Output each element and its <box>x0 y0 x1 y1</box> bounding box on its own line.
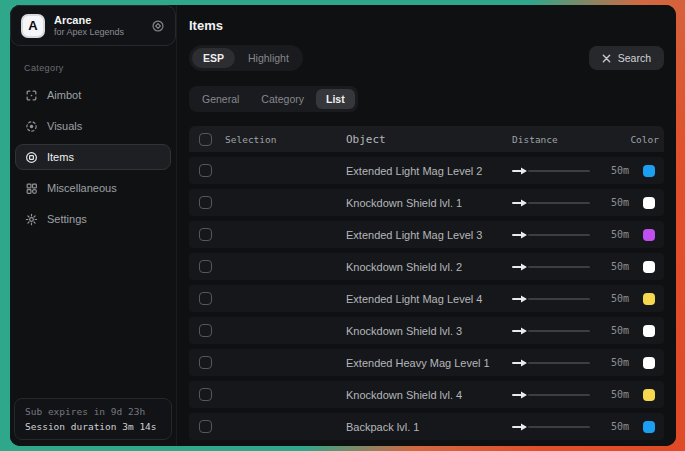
slider-track <box>528 202 590 204</box>
object-name: Knockdown Shield lvl. 3 <box>346 325 512 337</box>
sidebar-item-label: Settings <box>47 213 87 225</box>
distance-value: 50m <box>611 293 629 304</box>
table-row: Extended Light Mag Level 4 50m <box>189 285 664 312</box>
distance-slider[interactable] <box>512 198 590 208</box>
distance-value: 50m <box>611 197 629 208</box>
view-tabs: GeneralCategoryList <box>189 86 358 112</box>
object-name: Extended Heavy Mag Level 1 <box>346 357 512 369</box>
column-header-distance: Distance <box>512 134 629 145</box>
app-name: Arcane <box>54 14 142 27</box>
distance-slider[interactable] <box>512 422 590 432</box>
row-checkbox[interactable] <box>199 356 212 369</box>
sidebar-item-visuals[interactable]: Visuals <box>15 113 171 139</box>
row-checkbox[interactable] <box>199 260 212 273</box>
slider-thumb-arrow-icon <box>512 166 528 176</box>
color-swatch[interactable] <box>643 197 655 209</box>
color-swatch[interactable] <box>643 325 655 337</box>
crosshair-icon <box>25 89 38 102</box>
row-checkbox[interactable] <box>199 420 212 433</box>
column-header-color: Color <box>629 134 663 145</box>
slider-track <box>528 426 590 428</box>
color-swatch[interactable] <box>643 261 655 273</box>
row-checkbox[interactable] <box>199 324 212 337</box>
distance-slider[interactable] <box>512 230 590 240</box>
pin-icon[interactable] <box>151 19 165 33</box>
distance-value: 50m <box>611 389 629 400</box>
table-header-row: Selection Object Distance Color <box>189 126 664 152</box>
select-all-checkbox[interactable] <box>199 133 212 146</box>
slider-thumb-arrow-icon <box>512 422 528 432</box>
sidebar-item-items[interactable]: Items <box>15 144 171 170</box>
search-button[interactable]: Search <box>589 46 664 70</box>
view-tab-list[interactable]: List <box>316 89 355 109</box>
sidebar-header: A Arcane for Apex Legends <box>10 5 176 46</box>
sidebar-item-aimbot[interactable]: Aimbot <box>15 82 171 108</box>
gear-icon <box>25 213 38 226</box>
row-checkbox[interactable] <box>199 196 212 209</box>
view-tab-category[interactable]: Category <box>251 89 314 109</box>
mode-tabs: ESPHighlight <box>189 45 303 71</box>
object-name: Knockdown Shield lvl. 1 <box>346 197 512 209</box>
slider-track <box>528 234 590 236</box>
object-name: Extended Light Mag Level 3 <box>346 229 512 241</box>
distance-slider[interactable] <box>512 262 590 272</box>
object-name: Extended Light Mag Level 4 <box>346 293 512 305</box>
table-row: Extended Heavy Mag Level 1 50m <box>189 349 664 376</box>
slider-track <box>528 298 590 300</box>
app-subtitle: for Apex Legends <box>54 27 142 37</box>
slider-track <box>528 394 590 396</box>
slider-track <box>528 170 590 172</box>
tab-esp[interactable]: ESP <box>192 48 235 68</box>
slider-track <box>528 362 590 364</box>
table-row: Knockdown Shield lvl. 4 50m <box>189 381 664 408</box>
sidebar-nav: Aimbot Visuals Items Miscellaneous Setti… <box>10 82 176 232</box>
sidebar-item-label: Aimbot <box>47 89 81 101</box>
items-table: Selection Object Distance Color Extended… <box>189 126 664 440</box>
sidebar-item-label: Visuals <box>47 120 82 132</box>
row-checkbox[interactable] <box>199 164 212 177</box>
column-header-selection: Selection <box>225 134 346 145</box>
color-swatch[interactable] <box>643 229 655 241</box>
color-swatch[interactable] <box>643 389 655 401</box>
table-row: Extended Light Mag Level 2 50m <box>189 157 664 184</box>
sidebar-item-label: Items <box>47 151 74 163</box>
distance-slider[interactable] <box>512 390 590 400</box>
distance-slider[interactable] <box>512 294 590 304</box>
tab-highlight[interactable]: Highlight <box>237 48 300 68</box>
toolbar: ESPHighlight Search <box>189 45 664 71</box>
page-title: Items <box>189 18 664 33</box>
search-button-label: Search <box>618 52 651 64</box>
distance-value: 50m <box>611 325 629 336</box>
slider-thumb-arrow-icon <box>512 326 528 336</box>
color-swatch[interactable] <box>643 293 655 305</box>
app-window: A Arcane for Apex Legends Category Aimbo… <box>10 5 676 446</box>
sub-expiry-text: Sub expires in 9d 23h <box>25 406 161 417</box>
column-header-object: Object <box>346 133 512 146</box>
grid-icon <box>25 182 38 195</box>
row-checkbox[interactable] <box>199 292 212 305</box>
table-body: Extended Light Mag Level 2 50m Knockdown… <box>189 157 664 440</box>
color-swatch[interactable] <box>643 357 655 369</box>
color-swatch[interactable] <box>643 165 655 177</box>
slider-thumb-arrow-icon <box>512 230 528 240</box>
app-logo: A <box>21 14 45 38</box>
distance-slider[interactable] <box>512 358 590 368</box>
category-section-label: Category <box>10 46 176 82</box>
color-swatch[interactable] <box>643 421 655 433</box>
distance-value: 50m <box>611 261 629 272</box>
sidebar-item-settings[interactable]: Settings <box>15 206 171 232</box>
table-row: Backpack lvl. 1 50m <box>189 413 664 440</box>
view-tab-general[interactable]: General <box>192 89 249 109</box>
slider-track <box>528 266 590 268</box>
slider-thumb-arrow-icon <box>512 262 528 272</box>
box-icon <box>25 151 38 164</box>
object-name: Backpack lvl. 1 <box>346 421 512 433</box>
distance-slider[interactable] <box>512 166 590 176</box>
slider-thumb-arrow-icon <box>512 358 528 368</box>
distance-slider[interactable] <box>512 326 590 336</box>
distance-value: 50m <box>611 165 629 176</box>
row-checkbox[interactable] <box>199 388 212 401</box>
row-checkbox[interactable] <box>199 228 212 241</box>
sidebar-item-miscellaneous[interactable]: Miscellaneous <box>15 175 171 201</box>
subscription-card: Sub expires in 9d 23h Session duration 3… <box>14 398 172 440</box>
